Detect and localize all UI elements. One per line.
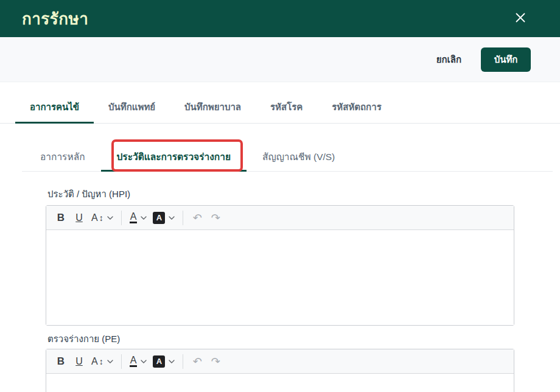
undo-icon[interactable]: ↶ (189, 352, 206, 371)
text-color-icon: A (130, 355, 138, 367)
highlight-color-dropdown[interactable]: A (150, 352, 177, 371)
hpi-section: ประวัติ / ปัญหา (HPI) B U A↕ A A (46, 188, 514, 326)
font-size-dropdown[interactable]: A↕ (89, 352, 116, 371)
toolbar-divider (183, 211, 183, 225)
bold-icon[interactable]: B (52, 209, 69, 227)
pe-section: ตรวจร่างกาย (PE) B U A↕ A A ↶ (46, 333, 514, 392)
modal-header: การรักษา (0, 0, 560, 37)
chevron-down-icon (169, 216, 175, 220)
underline-icon[interactable]: U (71, 352, 88, 371)
pe-editor-toolbar: B U A↕ A A ↶ ↷ (46, 349, 514, 374)
save-button[interactable]: บันทึก (481, 47, 531, 72)
hpi-editor: B U A↕ A A ↶ ↷ (46, 205, 514, 326)
highlight-color-icon: A (153, 355, 165, 368)
highlight-color-icon: A (153, 212, 165, 224)
toolbar-divider (183, 354, 183, 369)
hpi-text-area[interactable] (46, 230, 514, 325)
undo-icon[interactable]: ↶ (189, 209, 206, 227)
font-size-icon: A (91, 212, 98, 223)
underline-icon[interactable]: U (71, 209, 88, 227)
redo-icon[interactable]: ↷ (207, 352, 224, 371)
toolbar-divider (121, 354, 122, 369)
updown-arrow-icon: ↕ (99, 213, 103, 223)
pe-editor: B U A↕ A A ↶ ↷ (46, 349, 514, 392)
redo-icon[interactable]: ↷ (207, 209, 224, 227)
updown-arrow-icon: ↕ (99, 357, 103, 366)
subtab-history-physical-exam[interactable]: ประวัติและการตรวจร่างกาย (101, 137, 247, 172)
font-size-dropdown[interactable]: A↕ (89, 209, 116, 227)
tab-nurse-note[interactable]: บันทึกพยาบาล (170, 93, 256, 124)
modal-title: การรักษา (22, 6, 88, 31)
highlight-color-dropdown[interactable]: A (150, 209, 177, 227)
action-bar: ยกเลิก บันทึก (0, 37, 560, 82)
cancel-button[interactable]: ยกเลิก (425, 47, 472, 72)
treatment-modal: การรักษา ยกเลิก บันทึก อาการคนไข้ บันทึก… (0, 0, 560, 392)
subtab-main-symptom[interactable]: อาการหลัก (24, 137, 101, 172)
text-color-icon: A (130, 212, 138, 223)
pe-label: ตรวจร่างกาย (PE) (46, 333, 514, 345)
main-tabs: อาการคนไข้ บันทึกแพทย์ บันทึกพยาบาล รหัส… (0, 93, 560, 124)
tab-doctor-note[interactable]: บันทึกแพทย์ (94, 93, 170, 124)
close-icon (514, 12, 527, 26)
sub-tabs: อาการหลัก ประวัติและการตรวจร่างกาย สัญญา… (22, 137, 553, 172)
bold-icon[interactable]: B (52, 352, 69, 371)
text-color-dropdown[interactable]: A (127, 209, 150, 227)
font-size-icon: A (91, 356, 98, 367)
tab-disease-code[interactable]: รหัสโรค (256, 93, 317, 124)
chevron-down-icon (169, 360, 175, 363)
hpi-editor-toolbar: B U A↕ A A ↶ ↷ (46, 206, 514, 230)
tab-patient-symptoms[interactable]: อาการคนไข้ (15, 93, 94, 124)
chevron-down-icon (107, 360, 113, 363)
text-color-dropdown[interactable]: A (127, 352, 150, 371)
chevron-down-icon (141, 360, 147, 363)
tab-procedure-code[interactable]: รหัสหัตถการ (317, 93, 396, 124)
chevron-down-icon (141, 216, 147, 220)
hpi-label: ประวัติ / ปัญหา (HPI) (46, 188, 514, 200)
pe-text-area[interactable] (46, 374, 514, 392)
subtab-vital-signs[interactable]: สัญญาณชีพ (V/S) (247, 137, 351, 172)
close-button[interactable] (513, 11, 528, 27)
chevron-down-icon (107, 216, 113, 220)
toolbar-divider (121, 211, 122, 225)
